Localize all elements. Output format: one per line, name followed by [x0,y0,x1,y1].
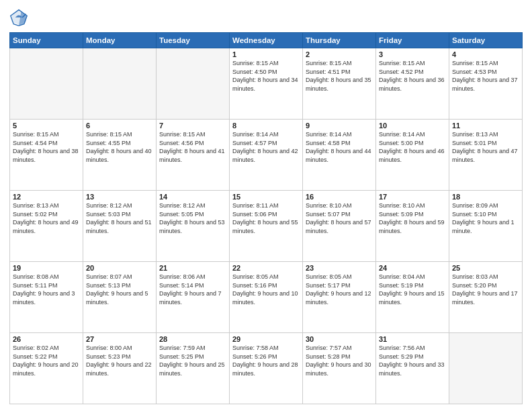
calendar-cell: 9Sunrise: 8:14 AMSunset: 4:58 PMDaylight… [303,120,376,191]
calendar-cell: 22Sunrise: 8:05 AMSunset: 5:16 PMDayligh… [230,262,303,333]
weekday-header: Friday [376,33,449,48]
day-number: 1 [232,50,300,58]
calendar-cell: 15Sunrise: 8:11 AMSunset: 5:06 PMDayligh… [230,191,303,262]
day-number: 26 [13,335,80,343]
day-number: 27 [86,335,153,343]
cell-info: Sunrise: 8:15 AMSunset: 4:50 PMDaylight:… [232,59,300,93]
calendar-cell: 30Sunrise: 7:57 AMSunset: 5:28 PMDayligh… [303,333,376,404]
calendar-cell: 7Sunrise: 8:15 AMSunset: 4:56 PMDaylight… [157,120,230,191]
calendar-cell: 4Sunrise: 8:15 AMSunset: 4:53 PMDaylight… [449,48,523,120]
calendar-cell: 31Sunrise: 7:56 AMSunset: 5:29 PMDayligh… [376,333,449,404]
day-number: 28 [159,335,226,343]
weekday-header: Monday [83,33,157,48]
day-number: 12 [13,193,80,201]
calendar-cell: 14Sunrise: 8:12 AMSunset: 5:05 PMDayligh… [157,191,230,262]
calendar-week-row: 5Sunrise: 8:15 AMSunset: 4:54 PMDaylight… [10,120,523,191]
cell-info: Sunrise: 7:59 AMSunset: 5:25 PMDaylight:… [159,344,226,377]
cell-info: Sunrise: 8:12 AMSunset: 5:03 PMDaylight:… [86,201,153,235]
calendar-cell: 25Sunrise: 8:03 AMSunset: 5:20 PMDayligh… [449,262,523,333]
cell-info: Sunrise: 8:09 AMSunset: 5:10 PMDaylight:… [452,201,519,235]
cell-info: Sunrise: 8:06 AMSunset: 5:14 PMDaylight:… [159,273,226,306]
cell-info: Sunrise: 8:15 AMSunset: 4:52 PMDaylight:… [379,59,446,93]
cell-info: Sunrise: 8:05 AMSunset: 5:17 PMDaylight:… [306,273,373,306]
calendar-cell: 11Sunrise: 8:13 AMSunset: 5:01 PMDayligh… [449,120,523,191]
day-number: 14 [159,193,226,201]
day-number: 24 [379,264,446,272]
weekday-header: Tuesday [157,33,230,48]
calendar-cell [10,48,83,120]
cell-info: Sunrise: 8:15 AMSunset: 4:53 PMDaylight:… [452,59,519,93]
cell-info: Sunrise: 8:14 AMSunset: 4:57 PMDaylight:… [232,130,300,164]
cell-info: Sunrise: 8:13 AMSunset: 5:02 PMDaylight:… [13,201,80,235]
weekday-header: Sunday [10,33,83,48]
cell-info: Sunrise: 8:08 AMSunset: 5:11 PMDaylight:… [13,273,80,306]
calendar-cell: 29Sunrise: 7:58 AMSunset: 5:26 PMDayligh… [230,333,303,404]
cell-info: Sunrise: 8:07 AMSunset: 5:13 PMDaylight:… [86,273,153,306]
calendar-cell: 12Sunrise: 8:13 AMSunset: 5:02 PMDayligh… [10,191,83,262]
day-number: 10 [379,122,446,130]
calendar-cell [157,48,230,120]
calendar-cell: 28Sunrise: 7:59 AMSunset: 5:25 PMDayligh… [157,333,230,404]
calendar-cell: 3Sunrise: 8:15 AMSunset: 4:52 PMDaylight… [376,48,449,120]
day-number: 7 [159,122,226,130]
day-number: 5 [13,122,80,130]
weekday-header: Saturday [449,33,523,48]
cell-info: Sunrise: 8:10 AMSunset: 5:09 PMDaylight:… [379,201,446,235]
day-number: 18 [452,193,519,201]
cell-info: Sunrise: 8:05 AMSunset: 5:16 PMDaylight:… [232,273,300,306]
day-number: 3 [379,50,446,58]
calendar-cell: 27Sunrise: 8:00 AMSunset: 5:23 PMDayligh… [83,333,157,404]
calendar-cell [449,333,523,404]
day-number: 8 [232,122,300,130]
day-number: 17 [379,193,446,201]
day-number: 2 [306,50,373,58]
calendar-cell: 20Sunrise: 8:07 AMSunset: 5:13 PMDayligh… [83,262,157,333]
calendar-cell: 18Sunrise: 8:09 AMSunset: 5:10 PMDayligh… [449,191,523,262]
cell-info: Sunrise: 8:11 AMSunset: 5:06 PMDaylight:… [232,201,300,235]
calendar-cell: 6Sunrise: 8:15 AMSunset: 4:55 PMDaylight… [83,120,157,191]
calendar-week-row: 26Sunrise: 8:02 AMSunset: 5:22 PMDayligh… [10,333,523,404]
calendar-cell [83,48,157,120]
day-number: 16 [306,193,373,201]
calendar-cell: 26Sunrise: 8:02 AMSunset: 5:22 PMDayligh… [10,333,83,404]
day-number: 11 [452,122,519,130]
calendar-cell: 24Sunrise: 8:04 AMSunset: 5:19 PMDayligh… [376,262,449,333]
logo [9,8,31,27]
cell-info: Sunrise: 8:12 AMSunset: 5:05 PMDaylight:… [159,201,226,235]
calendar-cell: 8Sunrise: 8:14 AMSunset: 4:57 PMDaylight… [230,120,303,191]
calendar-cell: 5Sunrise: 8:15 AMSunset: 4:54 PMDaylight… [10,120,83,191]
cell-info: Sunrise: 8:14 AMSunset: 5:00 PMDaylight:… [379,130,446,164]
cell-info: Sunrise: 8:10 AMSunset: 5:07 PMDaylight:… [306,201,373,235]
cell-info: Sunrise: 7:56 AMSunset: 5:29 PMDaylight:… [379,344,446,377]
day-number: 23 [306,264,373,272]
header [9,8,523,27]
calendar-cell: 19Sunrise: 8:08 AMSunset: 5:11 PMDayligh… [10,262,83,333]
day-number: 22 [232,264,300,272]
cell-info: Sunrise: 8:02 AMSunset: 5:22 PMDaylight:… [13,344,80,377]
cell-info: Sunrise: 7:58 AMSunset: 5:26 PMDaylight:… [232,344,300,377]
cell-info: Sunrise: 8:15 AMSunset: 4:55 PMDaylight:… [86,130,153,164]
day-number: 4 [452,50,519,58]
day-number: 15 [232,193,300,201]
calendar-cell: 10Sunrise: 8:14 AMSunset: 5:00 PMDayligh… [376,120,449,191]
weekday-header-row: SundayMondayTuesdayWednesdayThursdayFrid… [10,33,523,48]
cell-info: Sunrise: 8:14 AMSunset: 4:58 PMDaylight:… [306,130,373,164]
calendar-week-row: 12Sunrise: 8:13 AMSunset: 5:02 PMDayligh… [10,191,523,262]
cell-info: Sunrise: 8:03 AMSunset: 5:20 PMDaylight:… [452,273,519,306]
cell-info: Sunrise: 8:00 AMSunset: 5:23 PMDaylight:… [86,344,153,377]
calendar-cell: 2Sunrise: 8:15 AMSunset: 4:51 PMDaylight… [303,48,376,120]
day-number: 20 [86,264,153,272]
cell-info: Sunrise: 8:13 AMSunset: 5:01 PMDaylight:… [452,130,519,164]
calendar-cell: 23Sunrise: 8:05 AMSunset: 5:17 PMDayligh… [303,262,376,333]
calendar-cell: 13Sunrise: 8:12 AMSunset: 5:03 PMDayligh… [83,191,157,262]
logo-icon [9,8,28,27]
calendar-cell: 16Sunrise: 8:10 AMSunset: 5:07 PMDayligh… [303,191,376,262]
cell-info: Sunrise: 8:15 AMSunset: 4:54 PMDaylight:… [13,130,80,164]
page: SundayMondayTuesdayWednesdayThursdayFrid… [0,0,532,411]
cell-info: Sunrise: 8:04 AMSunset: 5:19 PMDaylight:… [379,273,446,306]
day-number: 13 [86,193,153,201]
day-number: 29 [232,335,300,343]
weekday-header: Wednesday [230,33,303,48]
calendar-cell: 1Sunrise: 8:15 AMSunset: 4:50 PMDaylight… [230,48,303,120]
day-number: 9 [306,122,373,130]
